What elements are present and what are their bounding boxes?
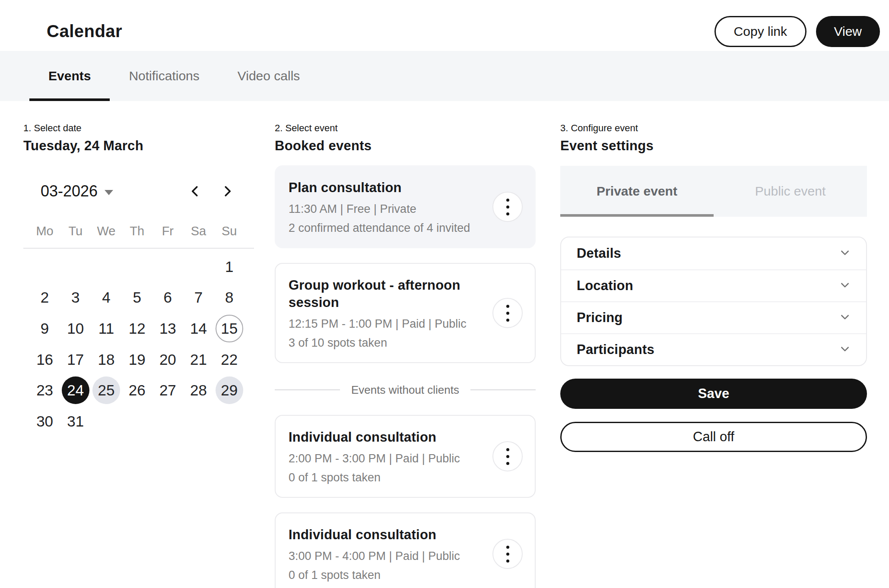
weekday-label: Th	[122, 221, 152, 241]
weekday-header-row: MoTuWeThFrSaSu	[29, 221, 254, 241]
calendar-day-cell: 27	[152, 375, 183, 406]
events-group-divider: Events without clients	[275, 381, 536, 398]
calendar-day-cell: 17	[60, 344, 91, 375]
calendar-day-cell: 16	[29, 344, 60, 375]
top-tab-label: Video calls	[238, 69, 300, 83]
calendar-day[interactable]: 26	[123, 376, 151, 404]
calendar-day[interactable]: 25	[92, 376, 120, 404]
calendar-day-cell: 9	[29, 313, 60, 344]
calendar-day	[154, 253, 181, 281]
calendar-day[interactable]: 23	[31, 376, 59, 404]
settings-section[interactable]: Location	[561, 269, 866, 301]
top-tab[interactable]: Events	[29, 51, 110, 101]
configure-event-column: 3. Configure event Event settings Privat…	[560, 123, 867, 154]
calendar-day[interactable]: 5	[123, 284, 151, 311]
calendar-day-cell: 28	[183, 375, 214, 406]
month-label: 03-2026	[41, 182, 98, 200]
calendar-day[interactable]: 22	[216, 346, 243, 373]
event-card[interactable]: Individual consultation 3:00 PM - 4:00 P…	[275, 512, 536, 588]
next-month-button[interactable]	[215, 180, 239, 204]
calendar-day[interactable]: 8	[216, 284, 243, 311]
event-type-tab[interactable]: Private event	[560, 166, 714, 217]
weekday-label: Sa	[183, 221, 214, 241]
calendar-day-cell: 8	[214, 282, 244, 313]
calendar-day-cell: 6	[152, 282, 183, 313]
divider-line	[470, 389, 536, 390]
booked-events-title: Booked events	[275, 138, 536, 154]
calendar-day[interactable]: 13	[154, 315, 181, 342]
calendar-day[interactable]: 2	[31, 284, 59, 311]
calendar-day[interactable]: 4	[92, 284, 120, 311]
calendar-day	[185, 253, 213, 281]
calendar-day[interactable]: 19	[123, 346, 151, 373]
event-card-title: Plan consultation	[289, 179, 483, 196]
weekday-label: Tu	[60, 221, 91, 241]
chevron-left-icon	[189, 185, 202, 199]
call-off-button[interactable]: Call off	[560, 422, 867, 452]
top-tab[interactable]: Notifications	[110, 51, 218, 101]
calendar-day[interactable]: 7	[185, 284, 213, 311]
top-tabs: EventsNotificationsVideo calls	[29, 51, 319, 101]
kebab-icon	[506, 448, 509, 465]
event-card[interactable]: Group workout - afternoon session 12:15 …	[275, 263, 536, 363]
calendar-day[interactable]: 28	[185, 376, 213, 404]
calendar-day[interactable]: 14	[185, 315, 213, 342]
calendar-day[interactable]: 24	[62, 376, 89, 404]
calendar-day-cell: 4	[91, 282, 121, 313]
chevron-down-icon	[839, 279, 851, 292]
calendar-day[interactable]: 20	[154, 346, 181, 373]
calendar-day-grid: 1 2 3 4 5 6 7 8 9 10 11 12 13 14 15 16 1…	[29, 251, 254, 437]
settings-section[interactable]: Details	[561, 237, 866, 269]
previous-month-button[interactable]	[183, 180, 207, 204]
calendar-day[interactable]: 27	[154, 376, 181, 404]
save-button[interactable]: Save	[560, 379, 867, 409]
event-card[interactable]: Individual consultation 2:00 PM - 3:00 P…	[275, 415, 536, 498]
calendar-day[interactable]: 11	[92, 315, 120, 342]
calendar-day-cell	[91, 251, 121, 282]
calendar-day-cell	[29, 251, 60, 282]
more-options-button[interactable]	[492, 192, 523, 222]
settings-section-label: Participants	[577, 342, 654, 357]
calendar-day-cell: 19	[122, 344, 152, 375]
calendar-day[interactable]: 9	[31, 315, 59, 342]
calendar-day-cell: 25	[91, 375, 121, 406]
top-tab[interactable]: Video calls	[219, 51, 319, 101]
calendar-day[interactable]: 18	[92, 346, 120, 373]
more-options-button[interactable]	[492, 441, 523, 471]
calendar-day[interactable]: 15	[216, 315, 243, 342]
calendar-day[interactable]: 17	[62, 346, 89, 373]
month-picker-button[interactable]: 03-2026	[41, 182, 113, 200]
event-card-info: 0 of 1 spots taken	[289, 568, 483, 582]
calendar-day[interactable]: 12	[123, 315, 151, 342]
caret-down-icon	[105, 190, 113, 195]
calendar-day-cell	[122, 406, 152, 437]
calendar-day-cell: 31	[60, 406, 91, 437]
calendar-day-cell	[152, 406, 183, 437]
selected-date-title: Tuesday, 24 March	[23, 138, 254, 154]
calendar-day[interactable]: 3	[62, 284, 89, 311]
calendar-day[interactable]: 1	[216, 253, 243, 281]
calendar-day[interactable]: 6	[154, 284, 181, 311]
calendar-day[interactable]: 30	[31, 408, 59, 435]
calendar-day[interactable]: 16	[31, 346, 59, 373]
calendar-day	[92, 253, 120, 281]
calendar-day[interactable]: 31	[62, 408, 89, 435]
calendar-day[interactable]: 21	[185, 346, 213, 373]
calendar-day[interactable]: 10	[62, 315, 89, 342]
header: Calendar Copy link View	[0, 0, 889, 51]
copy-link-button[interactable]: Copy link	[714, 16, 806, 47]
event-card[interactable]: Plan consultation 11:30 AM | Free | Priv…	[275, 165, 536, 248]
calendar-day-cell: 13	[152, 313, 183, 344]
event-card-info: 2 confirmed attendance of 4 invited	[289, 221, 483, 235]
event-type-tab[interactable]: Public event	[714, 166, 867, 217]
event-card-list: Plan consultation 11:30 AM | Free | Priv…	[275, 165, 536, 588]
calendar-day-cell: 24	[60, 375, 91, 406]
more-options-button[interactable]	[492, 298, 523, 328]
step-label-3: 3. Configure event	[560, 123, 867, 134]
settings-section[interactable]: Pricing	[561, 301, 866, 333]
more-options-button[interactable]	[492, 539, 523, 569]
view-button[interactable]: View	[816, 16, 880, 47]
settings-section[interactable]: Participants	[561, 333, 866, 365]
step-label-1: 1. Select date	[23, 123, 254, 134]
calendar-day[interactable]: 29	[216, 376, 243, 404]
